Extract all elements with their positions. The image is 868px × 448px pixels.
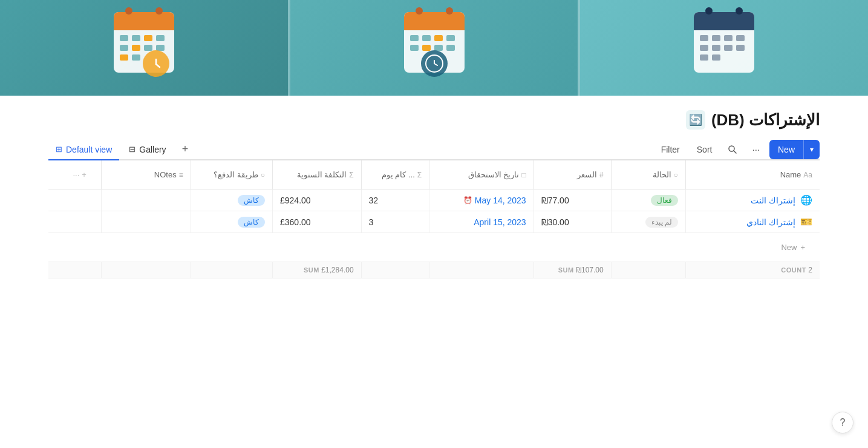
row1-status-cell[interactable]: فعال: [611, 189, 685, 211]
footer-date-cell: [429, 262, 534, 278]
col-header-name-label: Name: [780, 170, 801, 179]
svg-rect-45: [712, 45, 720, 51]
page-title: الإشتراكات (DB): [711, 111, 820, 130]
row1-annual: £924.00: [280, 196, 311, 205]
col-type-name-icon: Aa: [803, 171, 812, 179]
row2-price: ₪30.00: [541, 217, 569, 227]
svg-point-39: [736, 7, 743, 15]
toolbar-views: ⊞ Default view ⊟ Gallery +: [48, 139, 194, 159]
svg-rect-49: [712, 54, 720, 61]
footer-notes-cell: [101, 262, 191, 278]
sort-button[interactable]: Sort: [691, 141, 719, 158]
table-row: 🌐 إشتراك النت فعال ₪77.00 May 14, 2023 ⏰: [48, 189, 820, 211]
svg-rect-20: [404, 24, 465, 30]
svg-rect-44: [700, 45, 708, 51]
col-header-name[interactable]: Aa Name: [685, 160, 820, 189]
col-header-add[interactable]: + ···: [48, 160, 101, 189]
svg-rect-41: [712, 35, 720, 41]
svg-rect-24: [422, 35, 431, 41]
row1-name-cell[interactable]: 🌐 إشتراك النت: [685, 189, 820, 211]
svg-rect-25: [434, 35, 443, 41]
row2-icon: 🎫: [800, 216, 812, 228]
col-type-status-icon: ○: [674, 171, 678, 179]
filter-button[interactable]: Filter: [655, 141, 686, 158]
toolbar-actions: Filter Sort ··· New ▾: [655, 140, 820, 159]
footer-count-cell: COUNT 2: [685, 262, 820, 278]
add-view-button[interactable]: +: [176, 139, 195, 159]
row2-extra-cell: [48, 211, 101, 233]
add-row-button[interactable]: + New: [56, 238, 812, 257]
row2-name-cell[interactable]: 🎫 إشتراك النادي: [685, 211, 820, 233]
row1-extra-cell: [48, 189, 101, 211]
col-type-notes-icon: ≡: [179, 171, 183, 179]
row2-payment-cell[interactable]: كاش: [191, 211, 272, 233]
svg-rect-26: [446, 35, 455, 41]
svg-point-3: [125, 7, 132, 15]
row2-days: 3: [369, 217, 374, 227]
row2-annual-cell: £360.00: [272, 211, 361, 233]
row2-status-cell[interactable]: لم يبدء: [611, 211, 685, 233]
col-header-status[interactable]: ○ الحالة: [611, 160, 685, 189]
row1-icon: 🌐: [800, 194, 812, 206]
col-header-annual[interactable]: Σ التكلفة السنوية: [272, 160, 361, 189]
row1-price: ₪77.00: [541, 196, 569, 205]
svg-rect-43: [736, 35, 745, 41]
col-header-price[interactable]: # السعر: [534, 160, 611, 189]
row1-days-cell: 32: [361, 189, 429, 211]
summary-row: COUNT 2 SUM ₪107.00 SUM £1,284.00: [48, 262, 820, 278]
new-record-button[interactable]: New ▾: [769, 140, 820, 159]
search-icon: [728, 145, 737, 154]
svg-rect-27: [410, 45, 419, 51]
add-column-icon[interactable]: +: [82, 170, 86, 179]
footer-days-cell: [361, 262, 429, 278]
row2-date-cell[interactable]: April 15, 2023: [429, 211, 534, 233]
page-title-row: الإشتراكات (DB) 🔄: [48, 110, 820, 130]
add-row-row: + New: [48, 233, 820, 262]
svg-rect-10: [132, 45, 140, 51]
svg-rect-7: [144, 35, 152, 41]
banner-middle: [288, 0, 581, 96]
footer-status-cell: [611, 262, 685, 278]
row2-notes-cell: [101, 211, 191, 233]
tab-gallery-view[interactable]: ⊟ Gallery: [122, 140, 173, 160]
svg-rect-14: [132, 54, 140, 61]
col-type-price-icon: #: [599, 171, 604, 179]
sum-price-label: SUM: [558, 266, 574, 274]
tab-default-view[interactable]: ⊞ Default view: [48, 140, 119, 160]
col-header-days-label: ... كام يوم: [382, 170, 415, 179]
row1-payment-cell[interactable]: كاش: [191, 189, 272, 211]
svg-rect-46: [724, 45, 733, 51]
svg-rect-47: [736, 45, 745, 51]
footer-payment-cell: [191, 262, 272, 278]
col-header-payment[interactable]: ○ طريقة الدفع؟: [191, 160, 272, 189]
svg-rect-48: [700, 54, 708, 61]
footer-price-cell: SUM ₪107.00: [534, 262, 611, 278]
row1-date-cell[interactable]: May 14, 2023 ⏰: [429, 189, 534, 211]
col-header-notes-label: NOtes: [154, 170, 177, 179]
row1-status-badge: فعال: [651, 195, 678, 206]
col-header-annual-label: التكلفة السنوية: [297, 170, 347, 179]
col-header-date[interactable]: □ تاريخ الاستحقاق: [429, 160, 534, 189]
row1-notes-cell: [101, 189, 191, 211]
col-header-notes[interactable]: ≡ NOtes: [101, 160, 191, 189]
column-options-icon[interactable]: ···: [73, 170, 79, 179]
svg-rect-23: [410, 35, 419, 41]
more-options-button[interactable]: ···: [747, 140, 765, 158]
svg-rect-6: [132, 35, 140, 41]
col-type-payment-icon: ○: [261, 171, 265, 179]
gallery-view-icon: ⊟: [129, 145, 135, 154]
count-label: COUNT: [781, 266, 806, 274]
sum-annual-value: £1,284.00: [321, 266, 353, 274]
svg-point-4: [155, 7, 163, 15]
svg-rect-12: [156, 45, 165, 51]
sort-label: Sort: [697, 145, 713, 154]
row1-date: May 14, 2023: [475, 196, 526, 205]
banner-right: [580, 0, 868, 96]
col-header-days[interactable]: Σ ... كام يوم: [361, 160, 429, 189]
col-type-annual-icon: Σ: [349, 171, 353, 179]
row1-name: إشتراك النت: [751, 196, 795, 205]
svg-rect-8: [156, 35, 165, 41]
svg-point-22: [446, 7, 453, 15]
search-button[interactable]: [723, 141, 742, 158]
new-button-arrow[interactable]: ▾: [804, 140, 820, 159]
